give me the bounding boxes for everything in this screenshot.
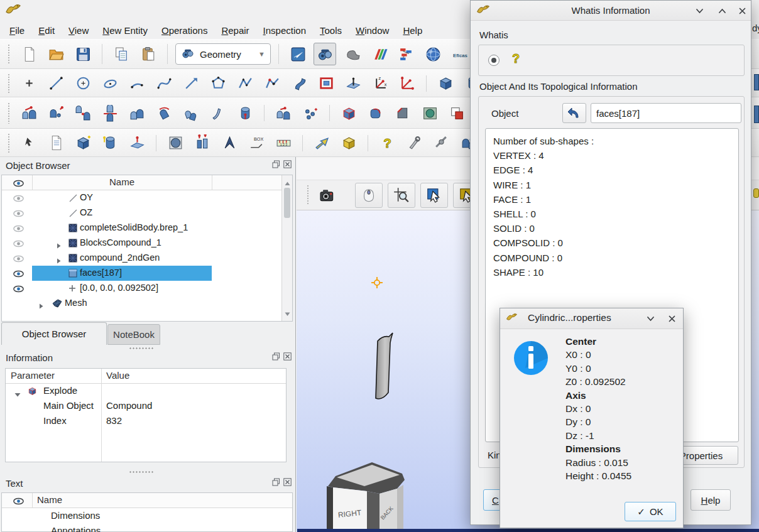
toolbar-button-cylinder-modify[interactable] (99, 132, 121, 155)
toolbar-button-chamfer[interactable] (391, 102, 414, 124)
toolbar-button-select-point[interactable] (18, 132, 40, 155)
toolbar-button-paste[interactable] (137, 43, 160, 65)
toolbar-button-polygon[interactable] (207, 72, 229, 95)
toolbar-button-open-folder[interactable] (45, 43, 67, 65)
whatis-dialog-titlebar[interactable]: Whatis Information (471, 1, 751, 21)
information-row-index[interactable]: Index832 (6, 414, 286, 429)
menu-view[interactable]: View (62, 23, 96, 38)
toolbar-button-fillet[interactable] (364, 102, 387, 124)
ok-button[interactable]: ✓ OK (625, 502, 676, 521)
toolbar-button-rectangle-face[interactable] (315, 72, 337, 95)
value-column-header[interactable]: Value (106, 370, 129, 381)
toolbar-button-partition[interactable] (337, 102, 360, 124)
text-row-annotations[interactable]: Annotations (2, 523, 292, 532)
close-icon[interactable] (665, 312, 679, 325)
toolbar-button-copy[interactable] (110, 43, 133, 65)
object-name-field[interactable]: faces[187] (591, 103, 741, 123)
toolbar-button-circle[interactable] (72, 72, 94, 95)
viewport-button-zoom-cursor[interactable] (388, 183, 415, 208)
toolbar-button-mirror-axis[interactable] (99, 102, 121, 124)
information-row-explode[interactable]: Explode (6, 384, 286, 399)
toolbar-button-sketch[interactable] (261, 72, 283, 95)
toolbar-button-pipe[interactable] (288, 72, 310, 95)
select-object-button[interactable] (562, 103, 586, 123)
expander-icon[interactable] (56, 243, 62, 249)
toolbar-button-corner[interactable] (218, 132, 241, 155)
menu-edit[interactable]: Edit (31, 23, 62, 38)
visibility-toggle[interactable] (13, 194, 24, 204)
menu-help[interactable]: Help (396, 23, 429, 38)
toolbar-button-translate-2[interactable] (272, 102, 295, 124)
toolbar-button-sphere-box[interactable] (164, 132, 187, 155)
panel-close-icon[interactable] (283, 477, 292, 486)
toolbar-drag-handle[interactable] (8, 133, 11, 152)
close-icon[interactable] (735, 4, 749, 18)
tree-row-compound-2ndgen[interactable]: compound_2ndGen (2, 251, 292, 266)
viewport-button-select-blue[interactable] (420, 183, 448, 208)
toolbar-button-plane-modify[interactable] (126, 132, 148, 155)
menu-repair[interactable]: Repair (214, 23, 256, 38)
tab-object-browser[interactable]: Object Browser (1, 322, 107, 345)
expander-icon[interactable] (14, 392, 21, 398)
toolbar-button-boolean-cut[interactable] (445, 102, 468, 124)
expander-icon[interactable] (38, 303, 44, 309)
viewport-button-dump-view[interactable] (316, 184, 339, 207)
toolbar-button-box[interactable] (434, 72, 457, 95)
minimize-icon[interactable] (692, 4, 706, 18)
menu-operations[interactable]: Operations (155, 23, 214, 38)
toolbar-button-bounding-box[interactable]: BOX (245, 132, 268, 155)
selected-cylindrical-face-shape[interactable] (372, 330, 398, 405)
toolbar-button-globe[interactable] (422, 43, 444, 65)
menu-file[interactable]: File (3, 23, 31, 38)
tree-row-oz[interactable]: OZ (2, 205, 292, 220)
toolbar-drag-handle[interactable] (307, 185, 310, 205)
toolbar-button-multi-rotate[interactable] (180, 102, 202, 124)
menu-inspection[interactable]: Inspection (256, 23, 313, 38)
tree-row-mesh[interactable]: Mesh (2, 296, 292, 311)
toolbar-button-yacs[interactable] (395, 43, 417, 65)
splitter-handle[interactable] (129, 470, 154, 474)
toolbar-button-vector[interactable] (180, 72, 202, 95)
panel-float-icon[interactable] (271, 352, 280, 361)
toolbar-button-box-modify[interactable] (72, 132, 94, 155)
module-combobox[interactable]: Geometry ▼ (175, 43, 271, 65)
toolbar-drag-handle[interactable] (8, 44, 11, 64)
tree-row-completesolidbody-brep-1[interactable]: completeSolidBody.brep_1 (2, 220, 292, 236)
toolbar-button-add-point[interactable] (45, 102, 67, 124)
cylindric-dialog-titlebar[interactable]: Cylindric...roperties (500, 308, 683, 329)
scroll-up-icon[interactable] (285, 178, 290, 188)
visibility-toggle[interactable] (13, 269, 24, 280)
whatis-radio-button[interactable] (488, 55, 500, 66)
visibility-toggle[interactable] (13, 209, 24, 219)
toolbar-button-check-tools[interactable] (430, 132, 452, 155)
viewport-button-interaction-style[interactable] (355, 183, 383, 208)
toolbar-button-script[interactable] (45, 132, 67, 155)
toolbar-button-check-shape[interactable] (403, 132, 425, 155)
panel-float-icon[interactable] (271, 477, 280, 486)
toolbar-button-vectors[interactable] (396, 72, 418, 95)
tree-scrollbar[interactable] (281, 175, 292, 321)
tab-notebook[interactable]: NoteBook (107, 324, 160, 345)
maximize-icon[interactable] (715, 4, 729, 18)
toolbar-button-whatis[interactable]: ? (376, 132, 398, 155)
toolbar-button-new-document[interactable] (18, 43, 40, 65)
help-button[interactable]: Help (691, 489, 731, 511)
toolbar-button-translate[interactable] (18, 102, 40, 124)
scroll-down-icon[interactable] (285, 308, 290, 318)
tree-row-oy[interactable]: OY (2, 190, 292, 205)
name-column-header[interactable]: Name (37, 494, 62, 505)
menu-window[interactable]: Window (349, 23, 396, 38)
toolbar-button-polyline[interactable] (234, 72, 256, 95)
tree-row-faces-187-[interactable]: faces[187] (2, 266, 292, 281)
toolbar-drag-handle[interactable] (8, 73, 11, 92)
visibility-toggle[interactable] (13, 285, 24, 295)
view-orientation-cube[interactable]: RIGHT BACK (322, 455, 410, 532)
toolbar-button-ellipse[interactable] (99, 72, 121, 95)
tree-row--0-0-0-0-0-092502-[interactable]: [0.0, 0.0, 0.092502] (2, 281, 292, 296)
toolbar-button-measure[interactable]: 1 2 3 (272, 132, 295, 155)
toolbar-button-local-cs[interactable]: zx (369, 72, 391, 95)
toolbar-button-paravis[interactable] (368, 43, 390, 65)
tree-header[interactable]: Name (2, 175, 292, 190)
minimize-icon[interactable] (643, 312, 657, 325)
toolbar-button-arc[interactable] (126, 72, 148, 95)
